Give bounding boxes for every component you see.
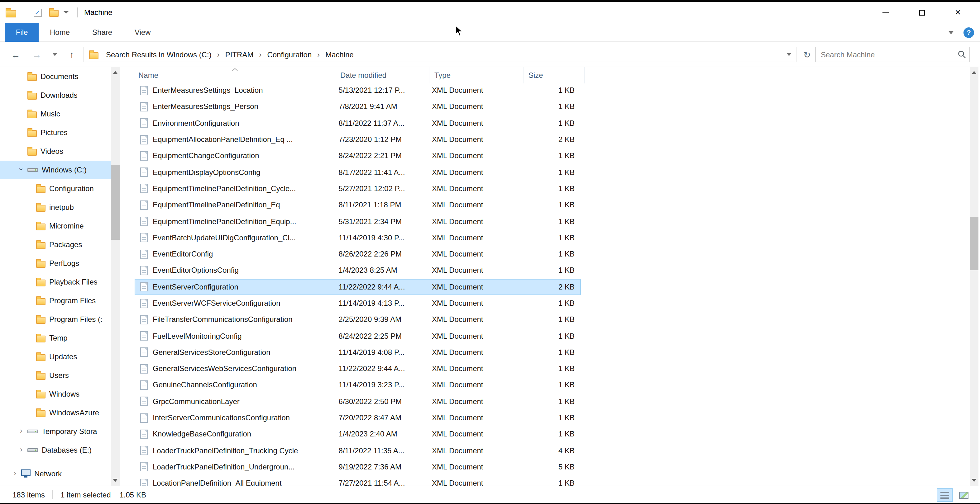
maximize-button[interactable]	[904, 2, 940, 23]
file-row-generalserviceswebservicesconfiguration[interactable]: GeneralServicesWebServicesConfiguration1…	[135, 360, 581, 377]
help-button[interactable]: ?	[964, 27, 974, 38]
minimize-button[interactable]	[867, 2, 904, 23]
expand-chevron-icon[interactable]: ›	[12, 469, 18, 477]
folder-icon	[36, 261, 46, 268]
sidebar-item-temp[interactable]: Temp	[0, 329, 111, 347]
file-row-eventbatchupdateuidlgconfiguration-cl[interactable]: EventBatchUpdateUIDlgConfiguration_Cl...…	[135, 230, 581, 246]
file-row-eventeditoroptionsconfig[interactable]: EventEditorOptionsConfig1/4/2023 8:25 AM…	[135, 262, 581, 279]
breadcrumb-separator-icon[interactable]: ›	[217, 50, 220, 59]
details-view-button[interactable]	[937, 488, 953, 502]
breadcrumb-segment-search-results-in-windows-c[interactable]: Search Results in Windows (C:)	[105, 50, 213, 59]
sidebar-item-network[interactable]: ›Network	[0, 464, 111, 483]
collapse-chevron-icon[interactable]: ›	[18, 166, 25, 173]
expand-chevron-icon[interactable]: ›	[18, 446, 24, 453]
file-row-equipmentdisplayoptionsconfig[interactable]: EquipmentDisplayOptionsConfig8/17/2022 1…	[135, 164, 581, 181]
sidebar-item-windows-c[interactable]: ›Windows (C:)	[0, 161, 111, 179]
file-list-scrollbar[interactable]	[970, 67, 978, 486]
new-folder-button[interactable]	[46, 5, 61, 20]
file-row-entermeasuressettings-person[interactable]: EnterMeasuresSettings_Person7/8/2021 9:4…	[135, 99, 581, 115]
recent-locations-chevron-icon[interactable]	[50, 42, 60, 67]
sidebar-item-program-files[interactable]: Program Files (:	[0, 310, 111, 329]
refresh-button[interactable]: ↻	[800, 47, 814, 62]
file-row-filetransfercommunicationsconfiguration[interactable]: FileTransferCommunicationsConfiguration2…	[135, 311, 581, 328]
videos-folder-icon	[27, 149, 37, 156]
scroll-up-button[interactable]	[970, 67, 978, 78]
sidebar-scrollbar[interactable]	[111, 67, 120, 486]
file-row-eventserverwcfserviceconfiguration[interactable]: EventServerWCFServiceConfiguration11/14/…	[135, 295, 581, 312]
file-row-equipmentchangeconfiguration[interactable]: EquipmentChangeConfiguration8/24/2022 2:…	[135, 147, 581, 164]
sidebar-item-videos[interactable]: Videos	[0, 142, 111, 161]
column-header-name[interactable]: Name	[135, 67, 335, 83]
file-row-eventeditorconfig[interactable]: EventEditorConfig8/26/2022 2:26 PMXML Do…	[135, 246, 581, 262]
tab-view[interactable]: View	[123, 23, 162, 41]
back-button[interactable]: ←	[8, 42, 24, 67]
column-header-type[interactable]: Type	[430, 67, 523, 83]
file-row-interservercommunicationsconfiguration[interactable]: InterServerCommunicationsConfiguration7/…	[135, 410, 581, 426]
sidebar-scrollbar-thumb[interactable]	[111, 165, 120, 240]
sidebar-item-documents[interactable]: Documents	[0, 67, 111, 86]
sidebar-item-configuration[interactable]: Configuration	[0, 179, 111, 198]
file-row-environmentconfiguration[interactable]: EnvironmentConfiguration8/11/2022 11:37 …	[135, 115, 581, 132]
forward-button[interactable]: →	[29, 42, 45, 67]
tab-file[interactable]: File	[5, 23, 39, 41]
breadcrumb-segment-pitram[interactable]: PITRAM	[224, 50, 255, 59]
xml-document-icon	[140, 315, 148, 324]
file-row-locationpaneldefinition-all-equipment[interactable]: LocationPanelDefinition_All Equipment7/2…	[135, 475, 581, 486]
expand-chevron-icon[interactable]: ›	[18, 427, 24, 434]
file-row-equipmenttimelinepaneldefinition-equip[interactable]: EquipmentTimelinePanelDefinition_Equip..…	[135, 213, 581, 230]
breadcrumb-separator-icon[interactable]: ›	[317, 50, 320, 59]
search-icon[interactable]	[954, 51, 969, 59]
sidebar-item-windowsazure[interactable]: WindowsAzure	[0, 403, 111, 422]
column-header-date-modified[interactable]: Date modified	[335, 67, 430, 83]
sidebar-item-micromine[interactable]: Micromine	[0, 217, 111, 235]
file-row-knowledgebaseconfiguration[interactable]: KnowledgeBaseConfiguration1/4/2023 2:40 …	[135, 426, 581, 442]
scroll-down-button[interactable]	[970, 475, 978, 486]
breadcrumb-segment-configuration[interactable]: Configuration	[266, 50, 313, 59]
sidebar-item-temporary-stora[interactable]: ›Temporary Stora	[0, 422, 111, 441]
sidebar-item-music[interactable]: Music	[0, 105, 111, 123]
file-row-equipmenttimelinepaneldefinition-cycle[interactable]: EquipmentTimelinePanelDefinition_Cycle..…	[135, 181, 581, 197]
thumbnails-view-icon	[959, 491, 968, 498]
sidebar-item-updates[interactable]: Updates	[0, 347, 111, 366]
scroll-up-button[interactable]	[111, 67, 120, 78]
file-row-grpccommunicationlayer[interactable]: GrpcCommunicationLayer6/30/2022 2:50 PMX…	[135, 393, 581, 410]
breadcrumb-segment-machine[interactable]: Machine	[324, 50, 355, 59]
file-type-cell: XML Document	[427, 364, 520, 373]
sidebar-item-users[interactable]: Users	[0, 366, 111, 385]
address-dropdown-button[interactable]	[782, 47, 796, 62]
breadcrumb-separator-icon[interactable]: ›	[259, 50, 261, 59]
properties-button[interactable]: ✓	[30, 5, 45, 20]
expand-ribbon-chevron-icon[interactable]	[948, 31, 953, 34]
xml-document-icon	[140, 135, 148, 144]
sidebar-item-pictures[interactable]: Pictures	[0, 123, 111, 142]
file-row-equipmentallocationpaneldefinition-eq[interactable]: EquipmentAllocationPanelDefinition_Eq ..…	[135, 132, 581, 148]
pictures-folder-icon	[27, 130, 37, 137]
sidebar-item-windows[interactable]: Windows	[0, 385, 111, 403]
file-row-equipmenttimelinepaneldefinition-eq[interactable]: EquipmentTimelinePanelDefinition_Eq8/11/…	[135, 197, 581, 213]
sidebar-item-downloads[interactable]: Downloads	[0, 86, 111, 105]
tab-home[interactable]: Home	[39, 23, 81, 41]
close-button[interactable]: ×	[940, 2, 976, 23]
file-row-entermeasuressettings-location[interactable]: EnterMeasuresSettings_Location5/13/2021 …	[135, 83, 581, 99]
sidebar-item-packages[interactable]: Packages	[0, 235, 111, 254]
tab-share[interactable]: Share	[81, 23, 123, 41]
up-button[interactable]: ↑	[64, 42, 80, 67]
search-input[interactable]	[816, 50, 954, 59]
sidebar-item-databases-e[interactable]: ›Databases (E:)	[0, 441, 111, 460]
address-bar[interactable]: Search Results in Windows (C:)›PITRAM›Co…	[84, 47, 797, 62]
file-list-scrollbar-thumb[interactable]	[970, 217, 978, 270]
sidebar-item-perflogs[interactable]: PerfLogs	[0, 254, 111, 273]
column-header-size[interactable]: Size	[523, 67, 585, 83]
customize-toolbar-chevron-icon[interactable]	[64, 11, 68, 14]
file-row-loadertruckpaneldefinition-trucking-cycle[interactable]: LoaderTruckPanelDefinition_Trucking Cycl…	[135, 442, 581, 459]
sidebar-item-program-files[interactable]: Program Files	[0, 292, 111, 310]
file-row-generalservicesstoreconfiguration[interactable]: GeneralServicesStoreConfiguration11/14/2…	[135, 344, 581, 361]
file-row-eventserverconfiguration[interactable]: EventServerConfiguration11/22/2022 9:44 …	[135, 279, 581, 295]
sidebar-item-playback-files[interactable]: Playback Files	[0, 273, 111, 292]
scroll-down-button[interactable]	[111, 475, 120, 486]
sidebar-item-inetpub[interactable]: inetpub	[0, 198, 111, 217]
file-row-loadertruckpaneldefinition-undergroun[interactable]: LoaderTruckPanelDefinition_Undergroun...…	[135, 459, 581, 475]
thumbnails-view-button[interactable]	[955, 488, 972, 502]
file-row-genuinechannelsconfiguration[interactable]: GenuineChannelsConfiguration11/14/2019 3…	[135, 377, 581, 393]
file-row-fuellevelmonitoringconfig[interactable]: FuelLevelMonitoringConfig8/24/2022 2:25 …	[135, 328, 581, 344]
